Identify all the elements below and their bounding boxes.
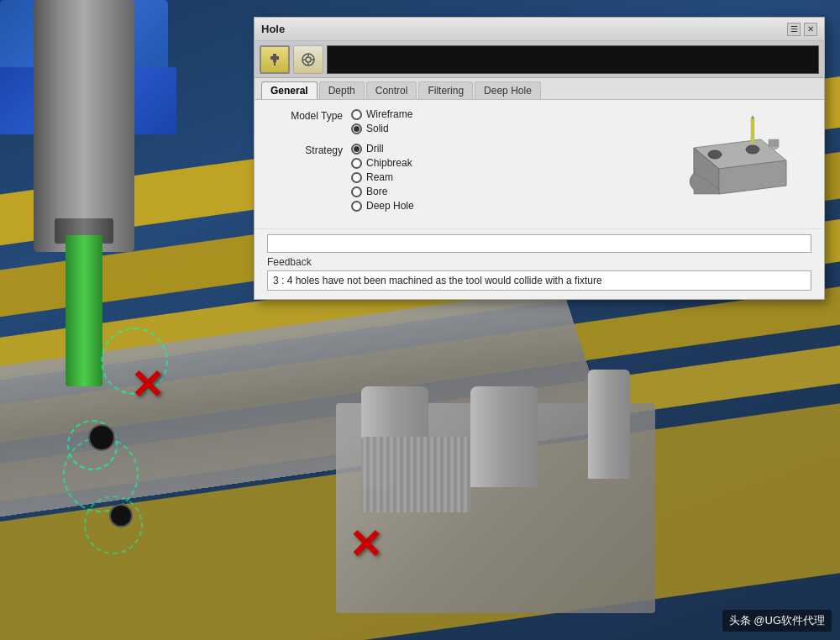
- strategy-row: Strategy Drill Chipbreak Ream: [267, 143, 652, 212]
- svg-rect-16: [751, 118, 754, 144]
- radio-solid[interactable]: [351, 123, 362, 134]
- model-type-label: Model Type: [267, 108, 343, 122]
- svg-point-4: [306, 57, 311, 62]
- strategy-chipbreak[interactable]: Chipbreak: [351, 157, 414, 169]
- svg-marker-17: [751, 115, 754, 118]
- toolbar-preview-area: [327, 45, 819, 74]
- model-type-wireframe[interactable]: Wireframe: [351, 108, 412, 120]
- tab-depth[interactable]: Depth: [319, 81, 365, 99]
- radio-drill[interactable]: [351, 144, 362, 155]
- dialog-form: Model Type Wireframe Solid Str: [267, 108, 652, 220]
- strategy-deep-hole-label: Deep Hole: [366, 200, 414, 212]
- hole-dialog: Hole ☰ ✕: [254, 17, 825, 300]
- strategy-bore-label: Bore: [366, 186, 387, 197]
- strategy-chipbreak-label: Chipbreak: [366, 157, 412, 169]
- dialog-close-btn[interactable]: ✕: [804, 23, 817, 36]
- dialog-title: Hole: [261, 23, 285, 35]
- toolbar-pin-btn[interactable]: [260, 45, 290, 74]
- strategy-deep-hole[interactable]: Deep Hole: [351, 200, 414, 212]
- feedback-text: 3 : 4 holes have not been machined as th…: [267, 270, 811, 291]
- dialog-toolbar: [255, 41, 824, 78]
- collision-marker-1: ✕: [130, 361, 164, 408]
- part-preview-area: [660, 108, 811, 220]
- toolbar-target-btn[interactable]: [293, 45, 323, 74]
- hole-1: [88, 424, 115, 451]
- feedback-area: Feedback 3 : 4 holes have not been machi…: [255, 228, 824, 299]
- dialog-main-content: Model Type Wireframe Solid Str: [255, 100, 824, 228]
- strategy-ream[interactable]: Ream: [351, 171, 414, 183]
- tab-control[interactable]: Control: [366, 81, 417, 99]
- radio-bore[interactable]: [351, 186, 362, 197]
- watermark: 头条 @UG软件代理: [722, 610, 832, 632]
- strategy-options: Drill Chipbreak Ream Bore: [351, 143, 414, 212]
- radio-ream[interactable]: [351, 172, 362, 183]
- tab-deep-hole[interactable]: Deep Hole: [475, 81, 541, 99]
- svg-point-12: [708, 150, 722, 159]
- radio-deep-hole[interactable]: [351, 201, 362, 212]
- radio-chipbreak[interactable]: [351, 158, 362, 169]
- feedback-input[interactable]: [267, 234, 811, 253]
- svg-rect-1: [270, 56, 279, 60]
- dialog-menu-btn[interactable]: ☰: [787, 23, 801, 36]
- feedback-label: Feedback: [267, 256, 811, 268]
- tab-filtering[interactable]: Filtering: [418, 81, 473, 99]
- dialog-controls: ☰ ✕: [787, 23, 817, 36]
- svg-point-13: [746, 145, 759, 154]
- arm-tool: [66, 235, 102, 386]
- model-type-options: Wireframe Solid: [351, 108, 412, 134]
- strategy-label: Strategy: [267, 143, 343, 156]
- model-type-solid-label: Solid: [366, 123, 389, 134]
- tab-general[interactable]: General: [261, 81, 318, 99]
- strategy-drill-label: Drill: [366, 143, 384, 155]
- svg-rect-2: [274, 62, 276, 66]
- 3d-viewport: ✕ ✕ Hole ☰ ✕: [0, 0, 840, 640]
- radio-wireframe[interactable]: [351, 109, 362, 120]
- strategy-bore[interactable]: Bore: [351, 186, 414, 197]
- model-type-solid[interactable]: Solid: [351, 123, 412, 134]
- collision-marker-2: ✕: [349, 521, 382, 568]
- svg-rect-15: [769, 139, 779, 146]
- strategy-ream-label: Ream: [366, 171, 393, 183]
- dialog-titlebar: Hole ☰ ✕: [255, 18, 824, 41]
- strategy-drill[interactable]: Drill: [351, 143, 414, 155]
- model-type-wireframe-label: Wireframe: [366, 108, 412, 120]
- dialog-tabs: General Depth Control Filtering Deep Hol…: [255, 78, 824, 100]
- arm-body: [34, 0, 134, 252]
- part-preview-svg: [669, 114, 803, 215]
- hole-2: [109, 504, 133, 527]
- model-type-row: Model Type Wireframe Solid: [267, 108, 652, 134]
- cnc-machine-arm: [0, 0, 235, 353]
